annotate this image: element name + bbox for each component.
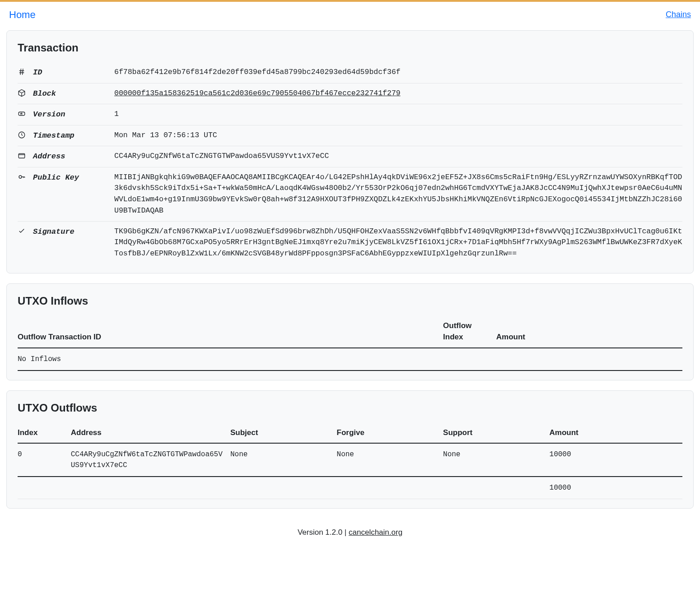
col-amount: Amount: [550, 422, 682, 444]
col-inflow-amount: Amount: [496, 315, 682, 348]
top-nav: Home Chains: [0, 2, 700, 30]
outflows-title: UTXO Outflows: [18, 400, 682, 416]
label-timestamp: Timestamp: [33, 130, 114, 142]
row-version: Version 1: [18, 104, 682, 125]
value-version: 1: [114, 109, 682, 120]
col-subject: Subject: [230, 422, 337, 444]
outflows-table: Index Address Subject Forgive Support Am…: [18, 422, 682, 500]
cell-amount: 10000: [550, 443, 682, 477]
nav-home-link[interactable]: Home: [9, 9, 36, 20]
row-id: ID 6f78ba62f412e9b76f814f2de20ff039efd45…: [18, 62, 682, 83]
check-icon: [18, 226, 33, 235]
inflows-empty-text: No Inflows: [18, 348, 682, 371]
wallet-icon: [18, 151, 33, 160]
row-timestamp: Timestamp Mon Mar 13 07:56:13 UTC: [18, 125, 682, 147]
cell-forgive: None: [337, 443, 443, 477]
footer-link[interactable]: cancelchain.org: [349, 528, 402, 537]
transaction-card: Transaction ID 6f78ba62f412e9b76f814f2de…: [6, 30, 694, 273]
cell-support: None: [443, 443, 550, 477]
col-index: Index: [18, 422, 71, 444]
svg-point-3: [19, 176, 22, 178]
label-block: Block: [33, 88, 114, 100]
hash-icon: [18, 67, 33, 76]
key-icon: [18, 172, 33, 181]
svg-rect-2: [19, 154, 25, 158]
transaction-title: Transaction: [18, 40, 682, 56]
clock-icon: [18, 130, 33, 139]
col-support: Support: [443, 422, 550, 444]
inflows-table: Outflow Transaction ID Outflow Index Amo…: [18, 315, 682, 371]
inflows-empty-row: No Inflows: [18, 348, 682, 371]
outflows-total: 10000: [550, 477, 682, 499]
table-row: 0 CC4ARy9uCgZNfW6taTcZNGTGTWPawdoa65VUS9…: [18, 443, 682, 477]
label-signature: Signature: [33, 226, 114, 238]
value-id: 6f78ba62f412e9b76f814f2de20ff039efd45a87…: [114, 67, 682, 78]
cell-index: 0: [18, 443, 71, 477]
value-address: CC4ARy9uCgZNfW6taTcZNGTGTWPawdoa65VUS9Yv…: [114, 151, 682, 162]
value-signature: TK9Gb6gKZN/afcN967KWXaPivI/uo98zWuEfSd99…: [114, 226, 682, 259]
value-public-key: MIIBIjANBgkqhkiG9w0BAQEFAAOCAQ8AMIIBCgKC…: [114, 172, 682, 217]
col-outflow-index: Outflow Index: [443, 315, 496, 348]
label-address: Address: [33, 151, 114, 162]
row-address: Address CC4ARy9uCgZNfW6taTcZNGTGTWPawdoa…: [18, 146, 682, 167]
footer-version: Version 1.2.0 |: [298, 528, 349, 537]
row-public-key: Public Key MIIBIjANBgkqhkiG9w0BAQEFAAOCA…: [18, 167, 682, 222]
inflows-card: UTXO Inflows Outflow Transaction ID Outf…: [6, 283, 694, 380]
col-forgive: Forgive: [337, 422, 443, 444]
label-version: Version: [33, 109, 114, 120]
col-outflow-tx-id: Outflow Transaction ID: [18, 315, 443, 348]
value-timestamp: Mon Mar 13 07:56:13 UTC: [114, 130, 682, 141]
block-link[interactable]: 000000f135a158362519ca561c2d036e69c79055…: [114, 89, 401, 97]
outflows-total-row: 10000: [18, 477, 682, 499]
version-icon: [18, 109, 33, 118]
nav-chains-link[interactable]: Chains: [666, 10, 691, 19]
cell-subject: None: [230, 443, 337, 477]
label-id: ID: [33, 67, 114, 79]
col-address: Address: [71, 422, 230, 444]
row-signature: Signature TK9Gb6gKZN/afcN967KWXaPivI/uo9…: [18, 222, 682, 264]
label-public-key: Public Key: [33, 172, 114, 184]
outflows-card: UTXO Outflows Index Address Subject Forg…: [6, 390, 694, 509]
row-block: Block 000000f135a158362519ca561c2d036e69…: [18, 83, 682, 105]
cell-address: CC4ARy9uCgZNfW6taTcZNGTGTWPawdoa65VUS9Yv…: [71, 443, 230, 477]
inflows-title: UTXO Inflows: [18, 293, 682, 309]
cube-icon: [18, 88, 33, 97]
footer: Version 1.2.0 | cancelchain.org: [0, 519, 700, 552]
